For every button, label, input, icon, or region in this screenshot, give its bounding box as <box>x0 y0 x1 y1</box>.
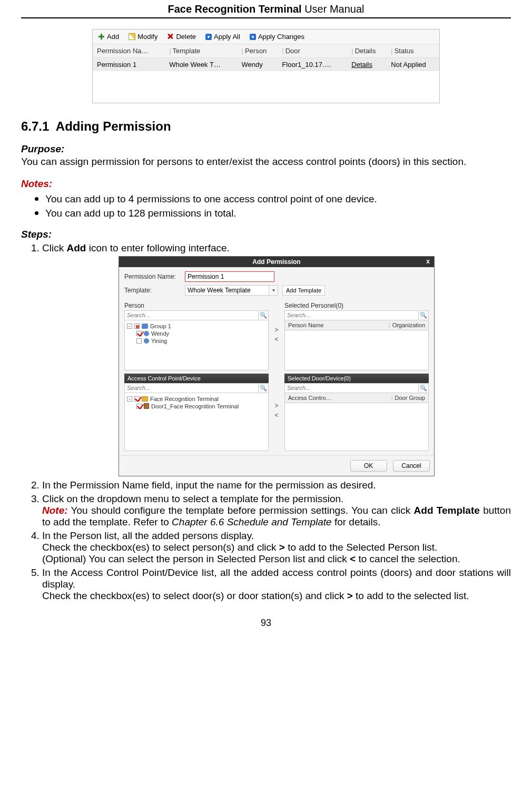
section-title: Adding Permission <box>56 119 171 133</box>
collapse-icon[interactable]: - <box>127 396 132 402</box>
selected-person-label: Selected Personel(0) <box>284 302 429 309</box>
tree-door[interactable]: Door1_Face Recognition Terminal <box>127 403 266 410</box>
col-person[interactable]: |Person <box>238 44 278 58</box>
template-select[interactable] <box>185 285 269 296</box>
search-icon[interactable]: 🔍 <box>419 310 429 320</box>
collapse-icon[interactable]: - <box>127 324 132 329</box>
apply-changes-button[interactable]: Apply Changes <box>250 33 304 41</box>
header-rest: User Manual <box>302 3 364 15</box>
cell-details-link[interactable]: Details <box>347 58 387 72</box>
person-section-label: Person <box>124 302 269 309</box>
table-blank-area <box>93 71 439 103</box>
apply-icon <box>250 34 256 40</box>
col-template[interactable]: |Template <box>165 44 237 58</box>
selected-person-list <box>284 330 429 370</box>
permission-table: Permission Na… |Template |Person |Door |… <box>93 44 439 71</box>
plus-icon <box>98 33 105 40</box>
selected-door-label: Selected Door/Device(0) <box>284 374 429 383</box>
checkbox-icon[interactable] <box>134 396 140 402</box>
note-item: You can add up to 128 permissions in tot… <box>45 206 511 219</box>
steps-list: Click Add icon to enter following interf… <box>21 242 511 602</box>
ok-button[interactable]: OK <box>350 460 387 472</box>
acp-tree: -Face Recognition Terminal Door1_Face Re… <box>124 393 269 451</box>
permission-table-figure: Add Modify Delete Apply All Apply Change… <box>92 29 440 103</box>
step-2: In the Permission Name field, input the … <box>42 480 511 491</box>
cell-person: Wendy <box>238 58 278 72</box>
permission-name-label: Permission Name: <box>124 273 185 280</box>
person-search-input[interactable] <box>124 310 259 320</box>
apply-changes-label: Apply Changes <box>258 33 304 41</box>
add-template-button[interactable]: Add Template <box>282 285 325 296</box>
group-icon <box>142 324 148 329</box>
chevron-down-icon[interactable]: ▾ <box>269 285 278 296</box>
cell-door: Floor1_10.17…. <box>278 58 347 72</box>
col-permission-name[interactable]: Permission Na… <box>93 44 165 58</box>
table-row[interactable]: Permission 1 Whole Week T… Wendy Floor1_… <box>93 58 439 72</box>
dialog-title: Add Permission <box>252 258 300 266</box>
tree-person[interactable]: Wendy <box>127 330 266 337</box>
note-item: You can add up to 4 permissions to one a… <box>45 192 511 205</box>
cell-permission-name: Permission 1 <box>93 58 165 72</box>
section-number: 6.7.1 <box>21 119 49 133</box>
dialog-titlebar: Add Permission x <box>119 257 434 267</box>
notes-list: You can add up to 4 permissions to one a… <box>21 192 511 219</box>
person-icon <box>144 338 149 344</box>
apply-all-button[interactable]: Apply All <box>205 33 240 41</box>
tree-group[interactable]: -Group 1 <box>127 322 266 330</box>
move-right-button[interactable]: > <box>274 402 278 409</box>
search-icon[interactable]: 🔍 <box>419 383 429 393</box>
selected-person-search-input[interactable] <box>284 310 419 320</box>
step-5: In the Access Control Point/Device list,… <box>42 567 511 602</box>
acp-section-label: Access Control Point/Device <box>124 374 269 383</box>
header-bold: Face Recognition Terminal <box>168 3 301 15</box>
apply-all-label: Apply All <box>214 33 240 41</box>
selected-door-header: Access Contro…|Door Group <box>284 393 429 403</box>
col-details[interactable]: |Details <box>347 44 387 58</box>
tree-person[interactable]: Yining <box>127 337 266 345</box>
inline-note-label: Note: <box>42 505 68 516</box>
acp-search-input[interactable] <box>124 383 259 393</box>
delete-button[interactable]: Delete <box>167 33 196 41</box>
move-left-button[interactable]: < <box>274 336 278 343</box>
search-icon[interactable]: 🔍 <box>259 383 269 393</box>
checkbox-icon[interactable] <box>136 331 142 336</box>
move-left-button[interactable]: < <box>274 412 278 419</box>
selected-door-list <box>284 403 429 451</box>
move-right-button[interactable]: > <box>274 326 278 334</box>
col-door[interactable]: |Door <box>278 44 347 58</box>
add-label: Add <box>107 33 119 41</box>
add-button[interactable]: Add <box>98 33 119 41</box>
modify-label: Modify <box>137 33 157 41</box>
person-icon <box>144 331 149 336</box>
step-3: Click on the dropdown menu to select a t… <box>42 493 511 528</box>
dialog-footer: OK Cancel <box>119 455 434 476</box>
person-tree: -Group 1 Wendy Yining <box>124 320 269 370</box>
step-1: Click Add icon to enter following interf… <box>42 242 511 476</box>
purpose-label: Purpose: <box>21 143 511 155</box>
page-number: 93 <box>21 618 511 629</box>
selected-door-search-input[interactable] <box>284 383 419 393</box>
permission-name-input[interactable] <box>185 271 274 282</box>
steps-label: Steps: <box>21 229 511 240</box>
add-permission-dialog: Add Permission x Permission Name: Templa… <box>119 256 435 476</box>
cell-template: Whole Week T… <box>165 58 237 72</box>
x-icon <box>167 33 174 40</box>
template-label: Template: <box>124 287 185 294</box>
folder-icon <box>142 396 148 402</box>
page-header: Face Recognition Terminal User Manual <box>21 0 511 18</box>
modify-button[interactable]: Modify <box>129 33 157 41</box>
pencil-icon <box>129 33 135 40</box>
apply-icon <box>205 34 212 40</box>
cell-status: Not Applied <box>387 58 439 72</box>
checkbox-icon[interactable] <box>136 338 142 344</box>
search-icon[interactable]: 🔍 <box>259 310 269 320</box>
notes-label: Notes: <box>21 178 511 190</box>
door-icon <box>144 403 149 409</box>
checkbox-icon[interactable] <box>134 324 140 329</box>
cancel-button[interactable]: Cancel <box>393 460 430 472</box>
delete-label: Delete <box>176 33 196 41</box>
close-icon[interactable]: x <box>426 258 430 265</box>
checkbox-icon[interactable] <box>136 404 142 409</box>
col-status[interactable]: |Status <box>387 44 439 58</box>
tree-device[interactable]: -Face Recognition Terminal <box>127 395 266 403</box>
